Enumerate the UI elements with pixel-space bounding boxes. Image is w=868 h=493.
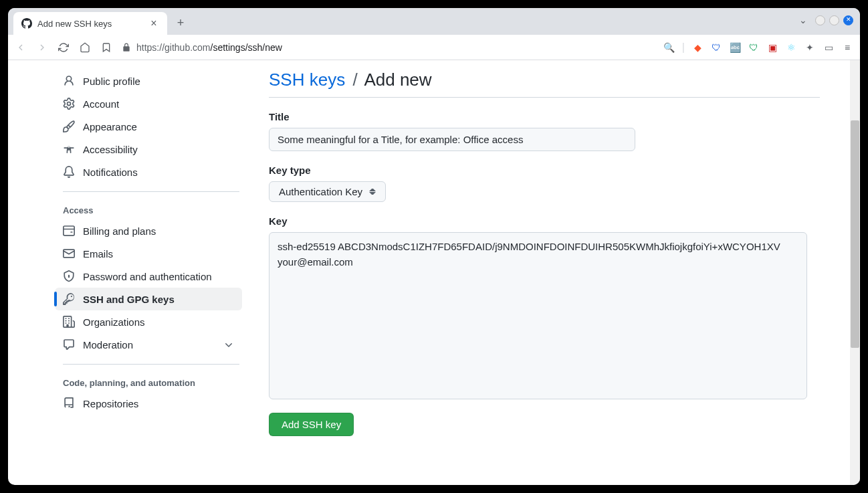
scrollbar-track[interactable] bbox=[850, 60, 860, 485]
sidebar-item-ssh-and-gpg-keys[interactable]: SSH and GPG keys bbox=[55, 288, 242, 310]
sidebar-item-repositories[interactable]: Repositories bbox=[55, 392, 242, 415]
adblock-icon[interactable]: 🛡 bbox=[748, 41, 760, 54]
sidebar-heading-access: Access bbox=[55, 200, 242, 219]
chevron-down-icon[interactable]: ⌄ bbox=[799, 15, 807, 25]
keytype-select[interactable]: Authentication Key bbox=[269, 181, 386, 202]
bitwarden-icon[interactable]: 🛡 bbox=[710, 41, 722, 54]
brave-icon[interactable]: ◆ bbox=[691, 41, 703, 54]
sidebar-item-label: Account bbox=[83, 98, 119, 110]
breadcrumb-link[interactable]: SSH keys bbox=[269, 70, 345, 90]
sidebar-item-appearance[interactable]: Appearance bbox=[55, 115, 242, 138]
sidebar-item-notifications[interactable]: Notifications bbox=[55, 161, 242, 183]
breadcrumb-current: Add new bbox=[364, 70, 431, 90]
sidebar-item-label: Billing and plans bbox=[83, 225, 156, 237]
sidebar-item-public-profile[interactable]: Public profile bbox=[55, 70, 242, 92]
tab-bar: Add new SSH keys × + ⌄ bbox=[8, 8, 860, 35]
key-icon bbox=[63, 293, 75, 305]
breadcrumb-separator: / bbox=[352, 70, 357, 90]
bell-icon bbox=[63, 166, 75, 178]
sidebar-item-label: Appearance bbox=[83, 121, 137, 132]
key-label: Key bbox=[269, 215, 820, 227]
organization-icon bbox=[63, 316, 75, 328]
key-textarea[interactable]: ssh-ed25519 ABCD3NmodsC1IZH7FD65FDAID/j9… bbox=[269, 232, 807, 399]
sidebar-item-emails[interactable]: Emails bbox=[55, 242, 242, 265]
home-button[interactable] bbox=[79, 41, 91, 54]
add-ssh-key-button[interactable]: Add SSH key bbox=[269, 413, 354, 436]
video-icon[interactable]: ▣ bbox=[766, 41, 778, 54]
main-content: SSH keys / Add new Title Key type Authen… bbox=[242, 60, 860, 485]
shield-lock-icon bbox=[63, 270, 75, 282]
accessibility-icon bbox=[63, 143, 75, 155]
mail-icon bbox=[63, 248, 75, 260]
sidebar-item-label: Moderation bbox=[83, 339, 133, 351]
browser-tab[interactable]: Add new SSH keys × bbox=[13, 12, 167, 35]
sidebar-item-label: Organizations bbox=[83, 316, 145, 328]
sidebar-item-label: Repositories bbox=[83, 398, 138, 409]
forward-button[interactable] bbox=[36, 41, 48, 54]
title-label: Title bbox=[269, 111, 820, 122]
sidebar-item-label: Emails bbox=[83, 248, 113, 260]
extensions-area: 🔍 | ◆ 🛡 🔤 🛡 ▣ ⚛ ✦ ▭ ≡ bbox=[663, 41, 853, 54]
sidebar-item-label: Notifications bbox=[83, 167, 138, 178]
sidebar-divider bbox=[63, 364, 239, 365]
sidebar-item-moderation[interactable]: Moderation bbox=[55, 333, 242, 356]
sidebar-item-label: Accessibility bbox=[83, 144, 138, 155]
puzzle-icon[interactable]: ✦ bbox=[804, 41, 816, 54]
sidebar-item-label: SSH and GPG keys bbox=[83, 294, 175, 305]
select-caret-icon bbox=[369, 188, 376, 196]
lock-icon bbox=[122, 43, 131, 52]
react-icon[interactable]: ⚛ bbox=[785, 41, 797, 54]
sidebar-item-organizations[interactable]: Organizations bbox=[55, 310, 242, 333]
title-input[interactable] bbox=[269, 128, 635, 151]
new-tab-button[interactable]: + bbox=[171, 13, 190, 32]
credit-card-icon bbox=[63, 225, 75, 237]
address-bar[interactable]: https://github.com/settings/ssh/new bbox=[122, 42, 654, 53]
close-tab-icon[interactable]: × bbox=[148, 18, 159, 29]
repo-icon bbox=[63, 397, 75, 409]
settings-sidebar: Public profileAccountAppearanceAccessibi… bbox=[8, 60, 242, 485]
window-maximize[interactable] bbox=[829, 15, 839, 25]
sidebar-item-account[interactable]: Account bbox=[55, 92, 242, 115]
url-text: https://github.com/settings/ssh/new bbox=[136, 42, 282, 53]
sidebar-divider bbox=[63, 191, 239, 192]
window-close[interactable] bbox=[843, 15, 853, 25]
paintbrush-icon bbox=[63, 120, 75, 132]
person-icon bbox=[63, 75, 75, 87]
gear-icon bbox=[63, 98, 75, 110]
tab-title: Add new SSH keys bbox=[37, 19, 112, 29]
browser-toolbar: https://github.com/settings/ssh/new 🔍 | … bbox=[8, 35, 860, 60]
chevron-down-icon bbox=[223, 339, 234, 350]
comment-icon bbox=[63, 338, 75, 351]
bookmark-button[interactable] bbox=[100, 41, 112, 54]
sidebar-heading-code: Code, planning, and automation bbox=[55, 373, 242, 392]
window-controls: ⌄ bbox=[799, 15, 853, 25]
reload-button[interactable] bbox=[58, 41, 70, 54]
sidebar-item-label: Password and authentication bbox=[83, 271, 212, 282]
sidebar-item-label: Public profile bbox=[83, 76, 140, 87]
back-button[interactable] bbox=[15, 41, 27, 54]
translate-icon[interactable]: 🔤 bbox=[729, 41, 741, 54]
zoom-icon[interactable]: 🔍 bbox=[663, 41, 675, 54]
keytype-label: Key type bbox=[269, 165, 820, 176]
menu-icon[interactable]: ≡ bbox=[841, 41, 853, 54]
wallet-icon[interactable]: ▭ bbox=[823, 41, 835, 54]
scrollbar-thumb[interactable] bbox=[851, 120, 859, 348]
breadcrumb: SSH keys / Add new bbox=[269, 70, 820, 98]
sidebar-item-password-and-authentication[interactable]: Password and authentication bbox=[55, 265, 242, 288]
window-minimize[interactable] bbox=[815, 15, 825, 25]
sidebar-item-accessibility[interactable]: Accessibility bbox=[55, 138, 242, 161]
sidebar-item-billing-and-plans[interactable]: Billing and plans bbox=[55, 219, 242, 242]
keytype-value: Authentication Key bbox=[279, 186, 362, 197]
github-favicon bbox=[21, 18, 32, 29]
